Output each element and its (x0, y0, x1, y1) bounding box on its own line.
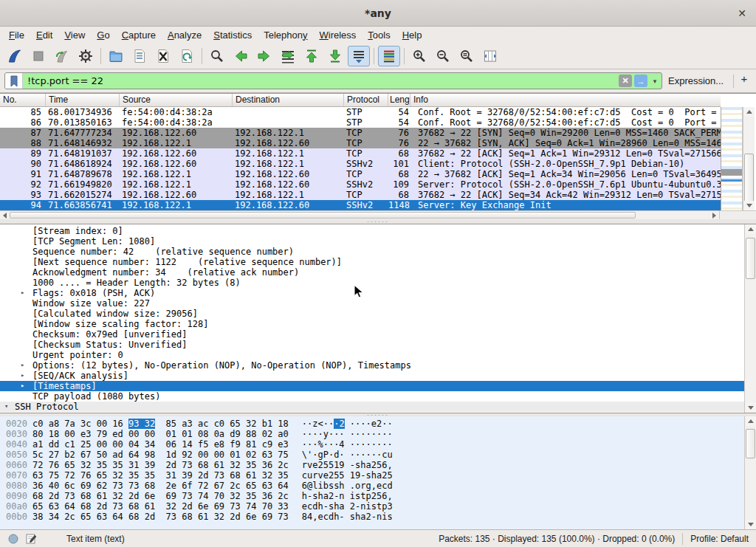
scroll-up-arrow[interactable] (746, 224, 756, 234)
expand-arrow-icon[interactable]: ▾ (4, 402, 8, 410)
packet-row-94[interactable]: 9471.663856741192.168.122.1192.168.122.6… (0, 200, 721, 210)
packet-list-vscrollbar[interactable] (743, 107, 755, 210)
reload-capture-file-button[interactable] (176, 46, 198, 66)
detail-line[interactable]: ▸Flags: 0x018 (PSH, ACK) (0, 288, 744, 298)
scroll-left-arrow[interactable] (0, 211, 10, 219)
detail-line[interactable]: [Calculated window size: 29056] (0, 309, 744, 319)
hex-row-0070[interactable]: 007063 75 72 76 65 32 35 35 31 39 2d 73 … (0, 470, 744, 481)
colorize-toggle-button[interactable] (378, 46, 400, 66)
save-capture-file-button[interactable] (128, 46, 151, 66)
hex-row-0040[interactable]: 0040a1 dd c1 25 00 00 04 34 06 14 f5 e8 … (0, 439, 744, 450)
scroll-up-arrow[interactable] (744, 107, 755, 117)
capture-options-button[interactable] (75, 46, 97, 66)
scroll-down-arrow[interactable] (744, 201, 755, 210)
packet-row-89[interactable]: 8971.648191037192.168.122.60192.168.122.… (0, 148, 721, 159)
zoom-reset-button[interactable] (456, 46, 478, 66)
menu-go[interactable]: Go (91, 28, 115, 42)
detail-line[interactable]: ▸Options: (12 bytes), No-Operation (NOP)… (0, 360, 744, 371)
hex-row-0080[interactable]: 008036 40 6c 69 62 73 73 68 2e 6f 72 67 … (0, 481, 744, 491)
hex-row-00b0[interactable]: 00b038 34 2c 65 63 64 68 2d 73 68 61 32 … (0, 512, 744, 522)
go-to-packet-button[interactable] (277, 46, 299, 66)
display-filter-input[interactable]: !tcp.port == 22 (23, 73, 619, 89)
hex-row-0050[interactable]: 00505c 27 b2 67 50 ad 64 98 1d 92 00 00 … (0, 450, 744, 460)
go-first-packet-button[interactable] (300, 46, 323, 66)
detail-line[interactable]: [Next sequence number: 1122 (relative se… (0, 257, 744, 267)
hex-row-0020[interactable]: 0020c0 a8 7a 3c 00 16 93 32 85 a3 ac c0 … (0, 419, 744, 429)
detail-line[interactable]: [Checksum Status: Unverified] (0, 340, 744, 350)
filter-bookmark-button[interactable] (5, 73, 23, 89)
menu-telephony[interactable]: Telephony (258, 28, 313, 42)
menu-edit[interactable]: Edit (30, 28, 58, 42)
detail-line[interactable]: [Window size scaling factor: 128] (0, 319, 744, 329)
hex-row-0060[interactable]: 006072 76 65 32 35 35 31 39 2d 73 68 61 … (0, 460, 744, 470)
expert-info-icon[interactable] (7, 533, 19, 545)
auto-scroll-toggle-button[interactable] (348, 46, 370, 66)
column-header-protocol[interactable]: Protocol (344, 94, 388, 106)
hex-row-0030[interactable]: 003080 18 00 e3 79 ed 00 00 01 01 08 0a … (0, 429, 744, 439)
resize-columns-button[interactable] (479, 46, 501, 66)
hscroll-thumb[interactable] (10, 212, 636, 219)
column-header-no[interactable]: No. (0, 94, 46, 106)
start-capture-button[interactable] (4, 46, 26, 66)
expression-button[interactable]: Expression... (668, 75, 724, 86)
detail-line[interactable]: Urgent pointer: 0 (0, 350, 744, 360)
detail-line[interactable]: Checksum: 0x79ed [unverified] (0, 329, 744, 340)
open-capture-file-button[interactable] (105, 46, 127, 66)
packet-row-93[interactable]: 9371.662015274192.168.122.60192.168.122.… (0, 190, 721, 200)
profile-selector[interactable]: Profile: Default (690, 534, 749, 544)
restart-capture-button[interactable] (51, 46, 73, 66)
go-forward-button[interactable] (253, 46, 275, 66)
menu-file[interactable]: File (3, 28, 30, 42)
packet-row-92[interactable]: 9271.661949820192.168.122.1192.168.122.6… (0, 179, 721, 190)
close-capture-file-button[interactable] (152, 46, 174, 66)
menu-wireless[interactable]: Wireless (314, 28, 362, 42)
expand-arrow-icon[interactable]: ▸ (21, 371, 24, 379)
detail-line[interactable]: ▸[Timestamps] (0, 381, 744, 391)
column-header-destination[interactable]: Destination (233, 94, 344, 106)
packet-row-86[interactable]: 8670.013850163fe:54:00:d4:38:2aSTP54Conf… (0, 117, 721, 128)
menu-capture[interactable]: Capture (116, 28, 162, 42)
scroll-thumb[interactable] (746, 238, 755, 279)
detail-line[interactable]: Sequence number: 42 (relative sequence n… (0, 247, 744, 257)
detail-line[interactable]: ▸[SEQ/ACK analysis] (0, 371, 744, 381)
detail-line[interactable]: Acknowledgment number: 34 (relative ack … (0, 267, 744, 278)
zoom-in-button[interactable] (408, 46, 430, 66)
column-header-length[interactable]: Length (388, 94, 410, 106)
detail-line[interactable]: 1000 .... = Header Length: 32 bytes (8) (0, 278, 744, 288)
apply-filter-button[interactable]: → (634, 75, 647, 87)
bytes-vscrollbar[interactable] (744, 416, 756, 529)
menu-help[interactable]: Help (396, 28, 428, 42)
go-last-packet-button[interactable] (324, 46, 346, 66)
add-filter-button[interactable]: + (738, 72, 750, 85)
expand-arrow-icon[interactable]: ▸ (21, 361, 24, 368)
packet-row-85[interactable]: 8568.001734936fe:54:00:d4:38:2aSTP54Conf… (0, 107, 721, 117)
menu-statistics[interactable]: Statistics (207, 28, 258, 42)
hex-row-0090[interactable]: 009068 2d 73 68 61 32 2d 6e 69 73 74 70 … (0, 491, 744, 501)
packet-row-87[interactable]: 8771.647777234192.168.122.60192.168.122.… (0, 128, 721, 138)
hex-row-00a0[interactable]: 00a065 63 64 68 2d 73 68 61 32 2d 6e 69 … (0, 501, 744, 512)
packet-row-88[interactable]: 8871.648146932192.168.122.1192.168.122.6… (0, 138, 721, 148)
scroll-thumb[interactable] (746, 429, 755, 458)
find-packet-button[interactable] (206, 46, 228, 66)
column-header-source[interactable]: Source (120, 94, 233, 106)
column-header-time[interactable]: Time (46, 94, 120, 106)
scroll-thumb[interactable] (744, 154, 754, 203)
go-back-button[interactable] (230, 46, 252, 66)
scroll-down-arrow[interactable] (746, 520, 756, 529)
column-header-info[interactable]: Info (410, 94, 721, 106)
close-window-button[interactable]: ✕ (735, 7, 749, 20)
menu-analyze[interactable]: Analyze (162, 28, 207, 42)
packet-row-91[interactable]: 9171.648789678192.168.122.1192.168.122.6… (0, 169, 721, 179)
scroll-down-arrow[interactable] (746, 403, 756, 413)
scroll-right-arrow[interactable] (709, 211, 719, 219)
menu-view[interactable]: View (58, 28, 91, 42)
capture-comment-icon[interactable] (25, 533, 37, 545)
display-filter-field[interactable]: !tcp.port == 22 ✕ → ▾ (4, 72, 662, 89)
intelligent-scrollbar-minimap[interactable] (721, 107, 743, 210)
zoom-out-button[interactable] (432, 46, 454, 66)
filter-history-dropdown[interactable]: ▾ (650, 78, 660, 85)
detail-line[interactable]: [Stream index: 0] (0, 226, 744, 236)
stop-capture-button[interactable] (27, 46, 49, 66)
detail-vscrollbar[interactable] (744, 224, 756, 413)
detail-line[interactable]: TCP payload (1080 bytes) (0, 391, 744, 402)
